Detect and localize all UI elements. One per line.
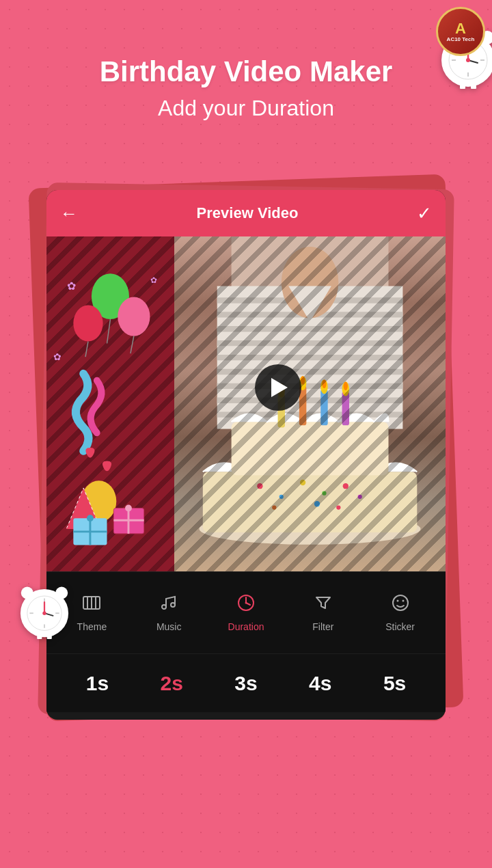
music-icon xyxy=(159,593,178,617)
music-label: Music xyxy=(156,621,182,632)
svg-rect-31 xyxy=(217,286,403,429)
svg-rect-82 xyxy=(113,508,144,533)
theme-label: Theme xyxy=(77,621,107,632)
svg-marker-100 xyxy=(316,597,330,608)
sub-title: Add your Duration xyxy=(27,96,465,121)
svg-point-62 xyxy=(301,376,305,385)
svg-rect-15 xyxy=(471,84,476,89)
svg-point-26 xyxy=(21,587,33,599)
toolbar-item-sticker[interactable]: Sticker xyxy=(361,593,439,632)
back-button[interactable]: ← xyxy=(60,203,78,224)
svg-point-103 xyxy=(402,600,404,602)
svg-point-101 xyxy=(393,595,408,610)
svg-point-53 xyxy=(314,501,320,506)
duration-5s[interactable]: 5s xyxy=(372,666,417,701)
svg-point-102 xyxy=(396,600,398,602)
logo-letter: A xyxy=(455,21,466,36)
duration-3s[interactable]: 3s xyxy=(223,666,268,701)
toolbar: Theme Music Dur xyxy=(46,571,446,653)
svg-line-77 xyxy=(96,522,99,539)
duration-icon xyxy=(236,593,256,617)
svg-point-52 xyxy=(272,505,276,509)
svg-point-48 xyxy=(300,480,305,485)
theme-icon xyxy=(82,593,101,617)
video-area: ✿ ✿ ✿ xyxy=(46,236,446,571)
svg-point-76 xyxy=(81,480,116,522)
svg-point-27 xyxy=(55,587,68,599)
svg-point-69 xyxy=(118,297,150,336)
svg-point-99 xyxy=(245,602,247,604)
svg-line-70 xyxy=(131,336,134,354)
svg-rect-81 xyxy=(113,508,144,533)
main-card: ← Preview Video ✓ xyxy=(46,190,446,720)
svg-text:✿: ✿ xyxy=(53,352,62,362)
sticker-label: Sticker xyxy=(385,621,415,632)
duration-row: 1s 2s 3s 4s 5s xyxy=(46,653,446,712)
duration-2s[interactable]: 2s xyxy=(150,666,194,701)
svg-rect-14 xyxy=(460,84,465,89)
svg-text:✿: ✿ xyxy=(67,280,76,292)
filter-label: Filter xyxy=(312,621,333,632)
toolbar-item-music[interactable]: Music xyxy=(131,593,208,632)
svg-point-71 xyxy=(73,305,102,341)
svg-point-67 xyxy=(92,273,129,319)
logo-text: AC10 Tech xyxy=(447,36,475,42)
svg-rect-86 xyxy=(73,518,107,545)
svg-point-66 xyxy=(344,382,348,391)
preview-header: ← Preview Video ✓ xyxy=(46,190,446,236)
svg-point-25 xyxy=(42,612,46,615)
svg-point-46 xyxy=(257,483,262,489)
svg-marker-42 xyxy=(288,286,331,322)
preview-title: Preview Video xyxy=(197,204,299,222)
svg-point-64 xyxy=(322,379,326,388)
play-icon xyxy=(271,378,288,397)
svg-line-68 xyxy=(107,319,111,343)
svg-point-50 xyxy=(343,483,348,489)
play-button[interactable] xyxy=(255,364,301,411)
svg-point-94 xyxy=(162,605,166,609)
svg-point-9 xyxy=(466,58,470,62)
confirm-button[interactable]: ✓ xyxy=(417,203,432,224)
svg-rect-45 xyxy=(231,422,388,475)
svg-rect-57 xyxy=(320,390,327,425)
logo-badge: A AC10 Tech xyxy=(436,7,485,56)
svg-point-43 xyxy=(199,513,420,545)
main-title: Birthday Video Maker xyxy=(27,55,465,89)
deco-left: ✿ ✿ ✿ xyxy=(46,236,174,571)
svg-marker-78 xyxy=(67,488,100,528)
svg-point-89 xyxy=(87,515,94,521)
title-section: Birthday Video Maker Add your Duration xyxy=(0,55,492,121)
toolbar-item-duration[interactable]: Duration xyxy=(208,593,285,632)
svg-point-49 xyxy=(322,491,326,495)
svg-point-85 xyxy=(125,505,132,512)
svg-marker-79 xyxy=(67,488,100,528)
svg-rect-58 xyxy=(342,392,348,425)
svg-rect-29 xyxy=(47,635,52,639)
svg-text:✿: ✿ xyxy=(150,275,157,285)
toolbar-item-filter[interactable]: Filter xyxy=(284,593,361,632)
duration-4s[interactable]: 4s xyxy=(298,666,342,701)
sticker-icon xyxy=(391,593,410,617)
svg-point-63 xyxy=(320,379,327,394)
filter-icon xyxy=(314,593,333,617)
svg-point-41 xyxy=(282,247,339,318)
svg-point-95 xyxy=(171,603,175,607)
svg-point-54 xyxy=(336,505,340,509)
video-photo xyxy=(174,236,446,571)
svg-rect-44 xyxy=(203,472,418,532)
svg-point-65 xyxy=(342,382,348,396)
svg-point-51 xyxy=(357,495,361,499)
svg-point-47 xyxy=(279,495,284,499)
svg-rect-28 xyxy=(37,635,42,639)
duration-label: Duration xyxy=(228,621,264,632)
duration-1s[interactable]: 1s xyxy=(75,666,120,701)
clock-left-decoration xyxy=(14,578,75,651)
svg-line-72 xyxy=(85,342,88,357)
svg-rect-30 xyxy=(231,236,388,429)
